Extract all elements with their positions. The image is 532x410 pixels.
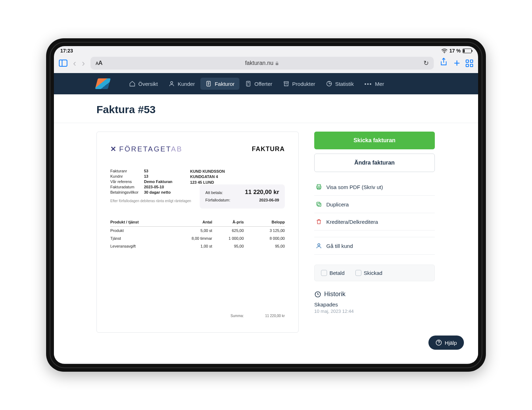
help-button[interactable]: Hjälp bbox=[428, 336, 464, 350]
nav-statistics[interactable]: Statistik bbox=[321, 78, 359, 90]
company-logo: ✕ FÖRETAGETAB bbox=[110, 145, 183, 153]
send-invoice-button[interactable]: Skicka fakturan bbox=[314, 132, 435, 149]
table-row: Produkt5,00 st625,003 125,00 bbox=[110, 227, 285, 235]
nav-products[interactable]: Produkter bbox=[278, 78, 320, 90]
action-label: Visa som PDF (Skriv ut) bbox=[326, 184, 383, 190]
svg-rect-1 bbox=[276, 63, 279, 65]
svg-point-0 bbox=[444, 52, 445, 53]
nav-label: Produkter bbox=[292, 81, 315, 87]
trash-icon bbox=[316, 218, 322, 225]
action-label: Gå till kund bbox=[326, 243, 353, 249]
line-items-table: Produkt / tjänst Antal Å-pris Belopp Pro… bbox=[110, 218, 285, 320]
status-bar: 17:23 17 % bbox=[54, 46, 478, 54]
action-label: Kreditera/Delkreditera bbox=[326, 219, 378, 225]
page-content: Faktura #53 ✕ FÖRETAGETAB FAKTURA Faktur… bbox=[54, 94, 478, 362]
url-text: fakturan.nu bbox=[245, 60, 273, 66]
share-button[interactable] bbox=[439, 57, 448, 69]
action-view-pdf[interactable]: Visa som PDF (Skriv ut) bbox=[314, 178, 435, 196]
invoice-meta: Fakturanr53 Kundnr13 Vår referensDemo Fa… bbox=[110, 169, 172, 195]
archive-icon bbox=[283, 81, 289, 87]
screen: ••• 17:23 17 % ‹ › AA fakturan.nu ↻ bbox=[54, 46, 478, 364]
nav-label: Statistik bbox=[335, 81, 354, 87]
nav-customers[interactable]: Kunder bbox=[164, 78, 200, 90]
sidebar-toggle-icon[interactable] bbox=[59, 60, 67, 67]
table-row: Leveransavgift1,00 st95,0095,00 bbox=[110, 242, 285, 250]
action-goto-customer[interactable]: Gå till kund bbox=[314, 237, 435, 255]
user-icon bbox=[168, 81, 175, 87]
status-checkbox-row: Betald Skickad bbox=[314, 265, 435, 281]
nav-label: Offerter bbox=[254, 81, 272, 87]
history-title: Historik bbox=[314, 290, 435, 298]
company-mark-icon: ✕ bbox=[110, 145, 116, 153]
calculator-icon bbox=[245, 81, 251, 87]
action-credit[interactable]: Kreditera/Delkreditera bbox=[314, 213, 435, 231]
app-nav: Översikt Kunder Fakturor Offerter Produk… bbox=[54, 73, 478, 94]
svg-point-2 bbox=[171, 82, 173, 84]
svg-rect-4 bbox=[246, 81, 250, 86]
address-bar[interactable]: AA fakturan.nu ↻ bbox=[90, 57, 434, 70]
nav-label: Fakturor bbox=[215, 81, 234, 87]
battery-icon bbox=[462, 49, 472, 53]
battery-percent: 17 % bbox=[449, 48, 461, 54]
print-icon bbox=[316, 184, 322, 190]
text-size-button[interactable]: AA bbox=[95, 60, 102, 67]
nav-more[interactable]: ••• Mer bbox=[359, 78, 389, 90]
nav-label: Kunder bbox=[178, 81, 195, 87]
nav-label: Översikt bbox=[138, 81, 158, 87]
home-icon bbox=[129, 81, 135, 87]
tabs-overview-button[interactable] bbox=[466, 60, 473, 67]
app-logo[interactable] bbox=[95, 78, 111, 89]
forward-button[interactable]: › bbox=[82, 58, 85, 69]
action-duplicate[interactable]: Duplicera bbox=[314, 196, 435, 213]
svg-rect-5 bbox=[284, 82, 288, 83]
doc-type: FAKTURA bbox=[252, 145, 285, 153]
lock-icon bbox=[275, 61, 279, 66]
company-name: FÖRETAGET bbox=[119, 145, 171, 153]
page-title: Faktura #53 bbox=[96, 104, 436, 116]
reload-button[interactable]: ↻ bbox=[423, 59, 429, 67]
chart-icon bbox=[326, 81, 332, 87]
more-icon: ••• bbox=[364, 81, 372, 87]
side-panel: Skicka fakturan Ändra fakturan Visa som … bbox=[314, 132, 435, 333]
svg-rect-11 bbox=[317, 202, 320, 205]
help-icon bbox=[436, 339, 442, 346]
back-button[interactable]: ‹ bbox=[73, 58, 76, 69]
tablet-frame: ••• 17:23 17 % ‹ › AA fakturan.nu ↻ bbox=[46, 38, 486, 372]
user-icon bbox=[316, 243, 322, 249]
document-icon bbox=[205, 81, 212, 87]
clock-icon bbox=[314, 291, 321, 298]
status-time: 17:23 bbox=[60, 48, 73, 54]
new-tab-button[interactable]: + bbox=[454, 57, 460, 69]
paid-checkbox[interactable]: Betald bbox=[321, 270, 345, 276]
edit-invoice-button[interactable]: Ändra fakturan bbox=[314, 154, 435, 172]
history-item: Skapades 10 maj, 2023 12:44 bbox=[314, 301, 435, 314]
nav-quotes[interactable]: Offerter bbox=[240, 78, 277, 90]
table-row: Tjänst8,00 timmar1 000,008 000,00 bbox=[110, 234, 285, 242]
company-suffix: AB bbox=[171, 145, 183, 153]
browser-toolbar: ‹ › AA fakturan.nu ↻ + bbox=[54, 54, 478, 73]
svg-rect-10 bbox=[318, 203, 321, 206]
action-label: Duplicera bbox=[326, 201, 349, 207]
nav-overview[interactable]: Översikt bbox=[124, 78, 163, 90]
copy-icon bbox=[316, 201, 322, 207]
invoice-preview: ✕ FÖRETAGETAB FAKTURA Fakturanr53 Kundnr… bbox=[96, 132, 299, 333]
wifi-icon bbox=[441, 48, 448, 54]
svg-point-12 bbox=[318, 244, 320, 246]
nav-invoices[interactable]: Fakturor bbox=[200, 78, 239, 90]
nav-label: Mer bbox=[375, 81, 384, 87]
sent-checkbox[interactable]: Skickad bbox=[355, 270, 383, 276]
